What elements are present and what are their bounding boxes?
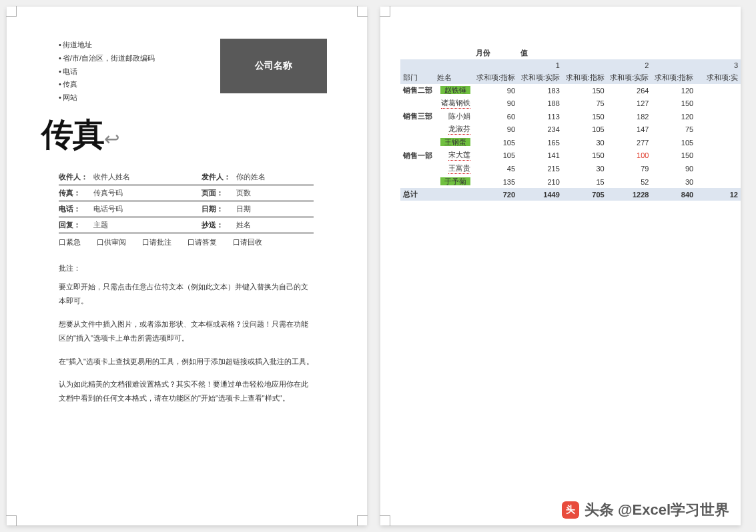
crop-mark-icon xyxy=(380,6,390,17)
value-cell: 15 xyxy=(562,175,607,188)
date-label: 日期： xyxy=(202,204,236,214)
table-row: 于予菊135210155230 xyxy=(400,175,741,188)
header-target: 求和项:指标 xyxy=(473,71,518,84)
value-cell: 75 xyxy=(651,123,696,136)
value-cell: 75 xyxy=(562,97,607,110)
company-name: 公司名称 xyxy=(255,60,292,72)
value-cell: 45 xyxy=(473,162,518,175)
value-cell: 52 xyxy=(607,175,652,188)
value-cell: 105 xyxy=(651,136,696,149)
note-label: 批注： xyxy=(59,263,81,273)
recipient-label: 收件人： xyxy=(59,172,93,182)
value-cell: 105 xyxy=(473,136,518,149)
table-row: 龙淑芬9023410514775 xyxy=(400,123,741,136)
value-cell: 120 xyxy=(651,84,696,97)
value-cell xyxy=(696,84,741,97)
header-target: 求和项:指标 xyxy=(562,71,607,84)
total-val: 1449 xyxy=(518,188,562,201)
value-cell: 100 xyxy=(607,149,652,162)
checkbox-row: 口紧急 口供审阅 口请批注 口请答复 口请回收 xyxy=(59,233,314,251)
dept-cell: 销售三部 xyxy=(400,110,434,123)
total-row: 总计 720 1449 705 1228 840 12 xyxy=(400,188,741,201)
total-val: 1228 xyxy=(607,188,652,201)
value-cell: 90 xyxy=(473,84,518,97)
check-urgent: 口紧急 xyxy=(59,237,81,247)
value-cell: 150 xyxy=(562,84,607,97)
phone-value: 电话号码 xyxy=(93,204,123,214)
table-row: 诸葛钢铁9018875127150 xyxy=(400,97,741,110)
table-row: 销售三部陈小娟60113150182120 xyxy=(400,110,741,123)
value-cell xyxy=(696,162,741,175)
table-row: 王钢蛋10516530277105 xyxy=(400,136,741,149)
address-line: 街道地址 xyxy=(59,39,155,52)
value-cell: 141 xyxy=(518,149,562,162)
dept-cell xyxy=(400,175,434,188)
recipient-value: 收件人姓名 xyxy=(93,172,130,182)
value-cell xyxy=(696,149,741,162)
dept-cell: 销售二部 xyxy=(400,84,434,97)
dept-cell xyxy=(400,123,434,136)
check-recycle: 口请回收 xyxy=(233,237,262,247)
value-cell: 150 xyxy=(562,149,607,162)
paragraph: 认为如此精美的文档很难设置格式？其实不然！要通过单击轻松地应用你在此文档中看到的… xyxy=(59,377,314,405)
total-val: 705 xyxy=(562,188,607,201)
fax-value: 传真号码 xyxy=(93,188,123,198)
table-row: 销售二部赵铁锤90183150264120 xyxy=(400,84,741,97)
value-cell: 277 xyxy=(607,136,652,149)
paragraph: 想要从文件中插入图片，或者添加形状、文本框或表格？没问题！只需在功能区的"插入"… xyxy=(59,317,314,345)
pivot-table: 月份 值 1 2 3 部门 姓名 求和项:指标 求和项:实际 求和项:指标 求和… xyxy=(400,47,741,201)
value-cell: 30 xyxy=(651,175,696,188)
total-val: 12 xyxy=(696,188,741,201)
value-cell: 90 xyxy=(473,97,518,110)
value-cell: 120 xyxy=(651,110,696,123)
paragraph: 要立即开始，只需点击任意占位符文本（例如此文本）并键入替换为自己的文本即可。 xyxy=(59,280,314,308)
sender-value: 你的姓名 xyxy=(236,172,266,182)
name-cell: 诸葛钢铁 xyxy=(434,97,474,110)
address-line: 省/市/自治区，街道邮政编码 xyxy=(59,52,155,65)
cc-label: 抄送： xyxy=(202,220,236,230)
watermark-text: 头条 @Excel学习世界 xyxy=(585,500,729,520)
value-cell: 105 xyxy=(473,149,518,162)
value-cell xyxy=(696,136,741,149)
pivot-table-page: 月份 值 1 2 3 部门 姓名 求和项:指标 求和项:实际 求和项:指标 求和… xyxy=(380,7,741,525)
name-cell: 王富贵 xyxy=(434,162,474,175)
return-mark-icon: ↩ xyxy=(104,129,119,149)
check-reply: 口请答复 xyxy=(187,237,217,247)
total-val: 840 xyxy=(651,188,696,201)
watermark: 头 头条 @Excel学习世界 xyxy=(562,500,729,520)
fax-fields: 收件人：收件人姓名 发件人：你的姓名 传真：传真号码 页面：页数 电话：电话号码… xyxy=(59,169,314,251)
value-cell: 188 xyxy=(518,97,562,110)
header-name: 姓名 xyxy=(434,71,474,84)
check-review: 口供审阅 xyxy=(97,237,126,247)
value-cell: 30 xyxy=(562,162,607,175)
name-cell: 陈小娟 xyxy=(434,110,474,123)
value-cell: 30 xyxy=(562,136,607,149)
company-logo-box: 公司名称 xyxy=(220,39,327,93)
header-dept: 部门 xyxy=(400,71,434,84)
address-block: 街道地址 省/市/自治区，街道邮政编码 电话 传真 网站 xyxy=(59,39,155,105)
address-line: 电话 xyxy=(59,65,155,79)
check-comment: 口请批注 xyxy=(142,237,171,247)
name-cell: 王钢蛋 xyxy=(434,136,474,149)
address-line: 网站 xyxy=(59,91,155,105)
crop-mark-icon xyxy=(357,6,368,17)
value-cell: 79 xyxy=(607,162,652,175)
value-cell: 127 xyxy=(607,97,652,110)
date-value: 日期 xyxy=(236,204,251,214)
value-cell: 90 xyxy=(651,162,696,175)
value-cell: 105 xyxy=(562,123,607,136)
header-target: 求和项:指标 xyxy=(651,71,696,84)
header-month-3: 3 xyxy=(651,59,741,71)
header-month-1: 1 xyxy=(473,59,562,71)
header-value: 值 xyxy=(518,47,562,59)
total-label: 总计 xyxy=(400,188,434,201)
address-line: 传真 xyxy=(59,78,155,91)
value-cell: 60 xyxy=(473,110,518,123)
phone-label: 电话： xyxy=(59,204,93,214)
table-row: 销售一部宋大莲105141150100150 xyxy=(400,149,741,162)
value-cell: 90 xyxy=(473,123,518,136)
header-actual-cut: 求和项:实 xyxy=(696,71,741,84)
name-cell: 赵铁锤 xyxy=(434,84,474,97)
value-cell: 182 xyxy=(607,110,652,123)
crop-mark-icon xyxy=(380,515,390,526)
